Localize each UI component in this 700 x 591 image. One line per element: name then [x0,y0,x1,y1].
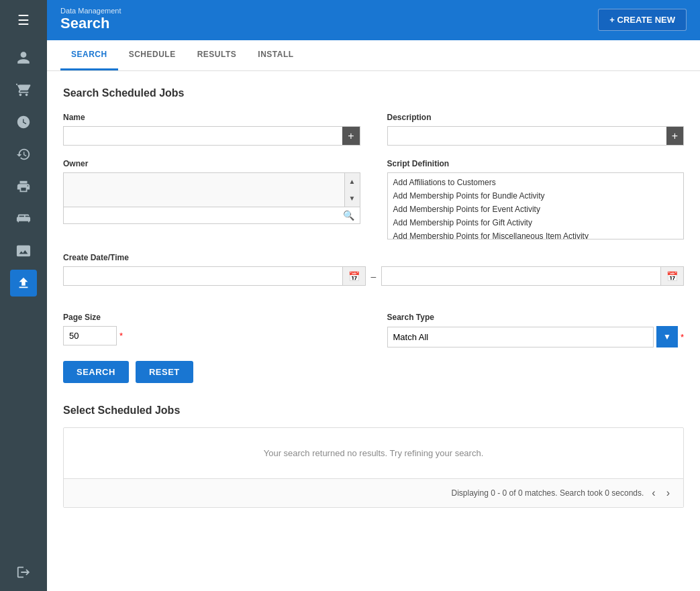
reset-button[interactable]: RESET [136,361,193,383]
upload-icon[interactable] [10,270,37,297]
script-definition-group: Script Definition Add Affiliations to Cu… [387,159,685,239]
owner-scroll-btns: ▲ ▼ [344,173,360,207]
owner-wrapper: ▲ ▼ 🔍 [63,172,360,224]
description-label: Description [387,113,685,122]
create-date-group: Create Date/Time 📅 – 📅 [63,253,684,299]
content-area: Search Scheduled Jobs Name + Description… [47,71,700,591]
tab-schedule[interactable]: SCHEDULE [118,40,187,70]
tab-results[interactable]: RESULTS [187,40,248,70]
form-section-title: Search Scheduled Jobs [63,87,684,99]
date-separator: – [371,271,377,282]
form-row-2: Owner ▲ ▼ 🔍 Script Definition [63,159,684,239]
script-def-item-3[interactable]: Add Membership Points for Gift Activity [388,216,684,229]
date-end-calendar-button[interactable]: 📅 [660,267,683,285]
search-button[interactable]: SEARCH [63,361,129,383]
date-end-input[interactable] [382,267,660,285]
script-def-item-0[interactable]: Add Affiliations to Customers [388,176,684,189]
pagination-next-button[interactable]: › [664,486,672,500]
owner-search-icon[interactable]: 🔍 [343,210,354,221]
tab-install[interactable]: INSTALL [247,40,304,70]
exit-icon[interactable] [10,559,37,586]
search-type-required-star: * [681,332,684,342]
script-def-item-1[interactable]: Add Membership Points for Bundle Activit… [388,189,684,203]
script-def-item-4[interactable]: Add Membership Points for Miscellaneous … [388,229,684,239]
name-group: Name + [63,113,360,146]
top-header: Data Management Search + CREATE NEW [47,0,700,40]
page-title: Search [60,15,121,32]
description-input[interactable] [388,127,666,145]
description-plus-button[interactable]: + [666,127,683,145]
action-buttons: SEARCH RESET [63,361,684,383]
date-start-wrapper: 📅 [63,266,366,286]
results-table-container: Your search returned no results. Try ref… [63,427,684,508]
cart-icon[interactable] [10,76,37,103]
script-definition-label: Script Definition [387,159,685,168]
create-new-button[interactable]: + CREATE NEW [598,9,687,31]
tabs-bar: SEARCH SCHEDULE RESULTS INSTALL [47,40,700,71]
date-row: 📅 – 📅 [63,266,684,286]
page-size-input-wrap: * [63,326,360,345]
form-row-1: Name + Description + [63,113,684,146]
print-icon[interactable] [10,173,37,200]
pagination-prev-button[interactable]: ‹ [649,486,658,500]
name-label: Name [63,113,360,122]
name-input[interactable] [64,127,342,145]
name-plus-button[interactable]: + [342,127,359,145]
description-group: Description + [387,113,685,146]
results-footer: Displaying 0 - 0 of 0 matches. Search to… [64,479,683,507]
search-type-label: Search Type [387,313,685,322]
search-type-arrow-button[interactable]: ▼ [656,326,678,347]
furniture-icon[interactable] [10,205,37,232]
header-left: Data Management Search [60,7,121,32]
owner-bottom: 🔍 [64,207,360,223]
owner-label: Owner [63,159,360,168]
script-def-item-2[interactable]: Add Membership Points for Event Activity [388,203,684,216]
results-section-title: Select Scheduled Jobs [63,405,684,417]
clock-icon[interactable] [10,109,37,136]
search-type-select[interactable]: Match All Match Any [387,327,654,347]
page-size-group: Page Size * [63,313,360,347]
owner-group: Owner ▲ ▼ 🔍 [63,159,360,239]
page-size-label: Page Size [63,313,360,322]
name-input-wrapper: + [63,126,360,146]
history-icon[interactable] [10,141,37,168]
tab-search[interactable]: SEARCH [60,40,118,70]
page-size-input[interactable] [63,326,117,345]
owner-scroll-down[interactable]: ▼ [345,190,360,207]
breadcrumb: Data Management [60,7,121,15]
owner-top: ▲ ▼ [64,173,360,207]
results-empty-message: Your search returned no results. Try ref… [64,428,683,479]
date-start-calendar-button[interactable]: 📅 [342,267,365,285]
owner-scroll-up[interactable]: ▲ [345,173,360,190]
person-icon[interactable] [10,44,37,71]
results-footer-text: Displaying 0 - 0 of 0 matches. Search to… [452,488,644,498]
owner-textarea[interactable] [64,173,344,207]
script-definition-listbox[interactable]: Add Affiliations to Customers Add Member… [387,172,685,239]
main-area: Data Management Search + CREATE NEW SEAR… [47,0,700,591]
date-end-wrapper: 📅 [381,266,684,286]
image-icon[interactable] [10,237,37,264]
hamburger-icon[interactable]: ☰ [10,7,37,34]
search-type-group: Search Type Match All Match Any ▼ * [387,313,685,347]
page-size-required-star: * [119,331,123,341]
sidebar: ☰ [0,0,47,591]
search-type-wrap: Match All Match Any ▼ * [387,326,685,347]
create-date-label: Create Date/Time [63,253,684,262]
description-input-wrapper: + [387,126,685,146]
form-row-3: Page Size * Search Type Match All Match … [63,313,684,347]
date-start-input[interactable] [64,267,342,285]
